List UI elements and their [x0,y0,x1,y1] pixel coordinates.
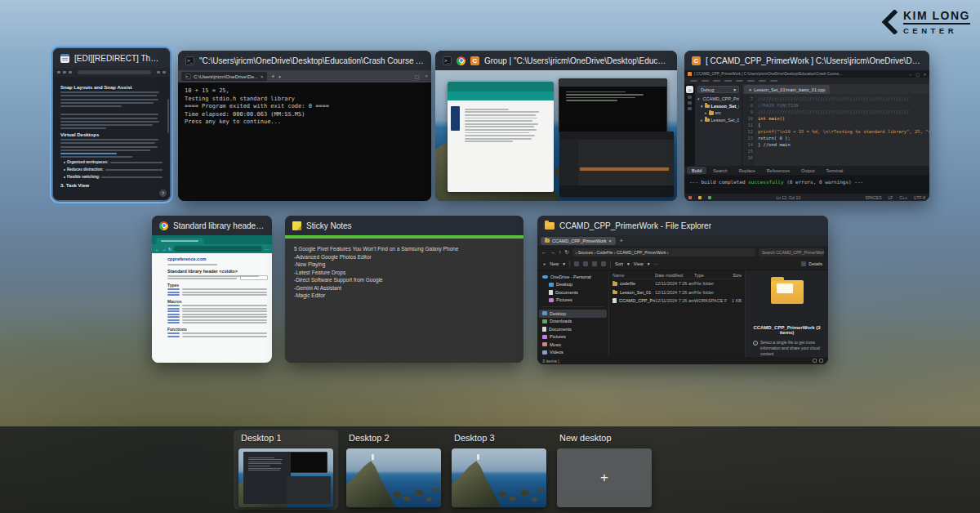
chevron-down-icon: ▾ [733,87,736,92]
desktop-3-thumbnail[interactable] [452,448,546,507]
status-eol: LF [889,195,893,200]
bullet-dot [64,176,65,178]
ide-statusbar: Ln 12, Col 10 SPACES LF C++ UTF-8 [684,194,929,201]
ide-app-icon [688,72,692,76]
line-number: 10 [742,115,753,122]
sidebar-item-onedrive: OneDrive - Personal [539,273,607,281]
skeleton-line [566,94,644,96]
new-desktop-button[interactable]: + [557,448,652,507]
toolbar-icon [57,71,60,74]
file-date: 12/11/2024 7:26 am [655,281,694,286]
tree-item-project: ▾ CCAMD_CPP_Prim... [697,96,739,103]
window-thumbnail-group[interactable]: >_ C Group | "C:\Users\jricm\OneDrive\De… [435,51,677,201]
mini-ide-titlebar [559,132,673,140]
chevron-down-icon: ▾ [697,96,700,101]
wallpaper-rocks [386,479,441,507]
browser-tab [156,238,203,244]
sort-button: Sort [615,261,623,266]
table-row [167,294,267,296]
skeleton-line [60,149,150,151]
window-thumbnail-sticky-notes[interactable]: Sticky Notes 5 Google Pixel Features You… [285,216,523,363]
line-number: 15 [742,148,753,154]
skeleton-line [60,127,106,129]
ide-project-panel: Debug ▾ ▾ CCAMD_CPP_Prim... ▾ Lesson_Set… [695,84,742,166]
line-number: 13 [742,135,753,141]
file-name: Lesson_Set_01 [620,290,651,295]
skeleton-cell [167,310,180,312]
sidebar-item-documents: Documents [539,288,607,297]
chevron-down-icon: ▾ [701,104,703,109]
ide-editor: × Lesson_Set_01\main_basic_01.cpp 789101… [742,84,929,166]
sidebar-label: Documents [549,327,572,332]
brand-logo: KIM LONG CENTER [880,9,970,35]
window-thumbnail-notepad[interactable]: [EDI][REDIRECT] These Windows... Snap La… [53,48,170,200]
group-titlebar: >_ C Group | "C:\Users\jricm\OneDrive\De… [435,51,677,70]
cpp-ide-icon: C [470,56,479,65]
column-size: Size [727,273,742,278]
desktop-2-thumbnail[interactable] [346,448,441,507]
window-thumbnail-terminal[interactable]: >_ "C:\Users\jricm\OneDrive\Desktop\Educ… [178,51,431,201]
new-desktop[interactable]: New desktop + [557,433,652,507]
bullet-dot [64,169,65,171]
menu-item [690,80,697,82]
code-line: int main() [758,115,929,122]
file-row: Lesson_Set_01 12/11/2024 7:26 am File fo… [612,288,742,297]
skeleton-cell [167,294,180,296]
doc-bullet: Reduces distraction: [64,167,163,172]
panel-tab-terminal: Terminal [822,167,849,174]
line-numbers: 78910111213141516 [742,94,755,166]
sidebar-item-downloads: Downloads [539,318,607,326]
window-thumbnail-ide[interactable]: C [ CCAMD_CPP_PrimerWork ] C:\Users\jric… [684,51,929,201]
forward-icon: → [162,247,166,252]
terminal-body: >_ C:\Users\jricm\OneDrive\De... × + ▾ ▢… [178,70,431,201]
note-line: -Latest Feature Drops [294,269,514,277]
panel-tab-replace: Replace [734,167,760,174]
address-bar [174,246,262,252]
menu-dots-icon: ··· [265,247,269,252]
doc-bullet: Flexible switching: [64,175,163,180]
chevron-right-icon: ▸ [701,118,703,123]
status-spaces: SPACES [866,195,882,200]
file-icon [612,298,617,303]
window-thumbnail-browser[interactable]: Standard library header <cstdio... ← → ↻… [152,216,272,363]
brand-chevron-icon [880,10,898,34]
note-line: -Now Playing [294,261,514,269]
ide-output-panel: Build Search Replace References Output T… [684,166,929,194]
tree-item-folder: ▸ src [697,109,739,117]
status-language: C++ [899,195,906,200]
notepad-toolbar [53,68,170,77]
sidebar-label: OneDrive - Personal [550,274,591,279]
window-thumbnail-file-explorer[interactable]: CCAMD_CPP_PrimerWork - File Explorer CCA… [537,216,828,364]
column-date: Date modified [655,273,694,278]
table-row [167,319,267,321]
refresh-icon: ↻ [564,249,568,256]
skeleton-line [60,91,159,93]
desktop-1-thumbnail[interactable] [238,448,333,507]
details-hint-text: Select a single file to get more informa… [760,340,821,357]
wallpaper-lighthouse [372,454,374,460]
line-number: 16 [742,154,753,161]
brand-name: KIM LONG [903,9,970,25]
sticky-body: 5 Google Pixel Features You Won't Find o… [285,235,523,363]
details-title: CCAMD_CPP_PrimerWork (3 items) [746,325,828,335]
desktop-3[interactable]: Desktop 3 [452,433,546,507]
sidebar-label: Desktop [550,311,566,316]
chevron-down-icon: ▾ [563,261,565,266]
copy-icon [583,261,588,266]
new-button: New [550,261,559,266]
file-type: File folder [694,281,727,286]
delete-icon [601,261,606,266]
skeleton-line [60,118,158,119]
code-area: 78910111213141516 //////////////////////… [742,94,929,166]
desktop-2[interactable]: Desktop 2 [346,433,441,507]
desktop-1[interactable]: Desktop 1 [238,433,333,507]
skeleton-line [465,141,513,142]
terminal-titlebar: >_ "C:\Users\jricm\OneDrive\Desktop\Educ… [178,51,431,70]
virtual-desktop-bar: Desktop 1 [0,426,980,513]
file-date: 12/11/2024 7:26 am [655,298,694,303]
file-row: CCAMD_CPP_PrimerWork.workspace 12/11/202… [612,297,742,306]
build-mode-select: Debug ▾ [697,86,739,93]
skeleton-line [110,162,163,163]
skeleton-line [248,470,280,471]
skeleton-line [60,121,159,123]
